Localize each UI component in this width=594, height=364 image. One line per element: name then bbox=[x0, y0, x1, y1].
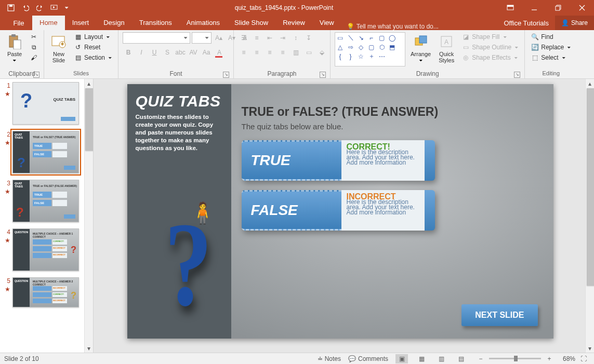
tab-view[interactable]: View bbox=[312, 16, 341, 30]
reading-view-icon[interactable]: ▥ bbox=[435, 354, 447, 363]
false-tab[interactable]: FALSE INCORRECT Here is the description … bbox=[242, 190, 538, 231]
font-dialog-launcher-icon[interactable]: ↘ bbox=[223, 72, 229, 78]
shape-arrow-icon[interactable]: ⇨ bbox=[347, 43, 354, 51]
line-spacing-icon[interactable]: ↕ bbox=[290, 32, 301, 44]
tab-home[interactable]: Home bbox=[32, 16, 65, 30]
bullets-icon[interactable]: ☰ bbox=[238, 32, 249, 44]
slide-canvas[interactable]: QUIZ TABS Customize these slides to crea… bbox=[127, 84, 553, 339]
shape-line-arrow-icon[interactable]: ↘ bbox=[357, 34, 365, 42]
strikethrough-icon[interactable]: S bbox=[162, 47, 173, 58]
shape-connector-icon[interactable]: ⌐ bbox=[367, 34, 375, 42]
scroll-down-icon[interactable]: ▾ bbox=[586, 344, 594, 353]
text-direction-icon[interactable]: ↧ bbox=[303, 32, 314, 44]
normal-view-icon[interactable]: ▣ bbox=[395, 354, 408, 363]
layout-button[interactable]: ▦Layout⏷ bbox=[72, 32, 114, 42]
tab-transitions[interactable]: Transitions bbox=[132, 16, 179, 30]
zoom-in-icon[interactable]: + bbox=[543, 354, 556, 363]
thumb-4[interactable]: 4★ QUESTION MULTIPLE CHOICE – ANSWER 1 C… bbox=[0, 225, 93, 274]
start-slideshow-icon[interactable] bbox=[49, 2, 60, 14]
decrease-indent-icon[interactable]: ⇤ bbox=[264, 32, 275, 44]
comments-toggle[interactable]: 💬Comments bbox=[348, 355, 388, 362]
shape-textbox-icon[interactable]: ▭ bbox=[336, 34, 344, 42]
scroll-thumb[interactable] bbox=[85, 88, 94, 151]
bold-icon[interactable]: B bbox=[123, 47, 134, 58]
character-spacing-icon[interactable]: AV bbox=[188, 47, 199, 58]
notes-toggle[interactable]: ≐Notes bbox=[318, 355, 341, 362]
zoom-slider[interactable] bbox=[489, 358, 541, 359]
format-painter-button[interactable]: 🖌 bbox=[28, 53, 39, 62]
redo-icon[interactable] bbox=[34, 2, 46, 14]
scroll-up-icon[interactable]: ▴ bbox=[586, 79, 594, 88]
tab-file[interactable]: File bbox=[5, 16, 32, 30]
increase-indent-icon[interactable]: ⇥ bbox=[277, 32, 288, 44]
thumb-1[interactable]: 1★ QUIZ TABS ? bbox=[0, 79, 93, 128]
font-name-combo[interactable] bbox=[123, 32, 190, 44]
drawing-dialog-launcher-icon[interactable]: ↘ bbox=[514, 72, 520, 78]
shape-fill-button[interactable]: ◪Shape Fill⏷ bbox=[460, 32, 520, 42]
scroll-down-icon[interactable]: ▾ bbox=[85, 344, 93, 353]
tell-me-search[interactable]: 💡 Tell me what you want to do... bbox=[347, 23, 439, 30]
reset-button[interactable]: ↺Reset bbox=[72, 43, 114, 52]
ribbon-display-options-icon[interactable] bbox=[498, 0, 522, 16]
change-case-icon[interactable]: Aa bbox=[201, 47, 212, 58]
quick-styles-button[interactable]: A Quick Styles bbox=[436, 32, 457, 64]
arrange-button[interactable]: Arrange ⏷ bbox=[408, 32, 433, 64]
zoom-percent[interactable]: 68% bbox=[558, 355, 575, 362]
shape-callout-icon[interactable]: ⬒ bbox=[388, 43, 396, 51]
thumbs-scrollbar[interactable]: ▴ ▾ bbox=[84, 79, 93, 353]
shape-outline-button[interactable]: ▭Shape Outline⏷ bbox=[460, 43, 520, 52]
shape-more-icon[interactable]: ⋯ bbox=[378, 52, 386, 60]
shape-diamond-icon[interactable]: ◇ bbox=[357, 43, 365, 51]
zoom-out-icon[interactable]: − bbox=[474, 354, 487, 363]
shape-hexagon-icon[interactable]: ⬡ bbox=[378, 43, 386, 51]
thumb-2[interactable]: 2★ QUIZTABS ? TRUE or FALSE? (TRUE ANSWE… bbox=[0, 128, 93, 177]
tab-animations[interactable]: Animations bbox=[179, 16, 227, 30]
paragraph-dialog-launcher-icon[interactable]: ↘ bbox=[320, 72, 326, 78]
replace-button[interactable]: 🔄Replace⏷ bbox=[529, 43, 573, 52]
justify-icon[interactable]: ≡ bbox=[277, 47, 288, 58]
slide-main[interactable]: TRUE or FALSE? (TRUE ANSWER) The quiz ta… bbox=[242, 105, 538, 231]
underline-icon[interactable]: U bbox=[149, 47, 160, 58]
thumbnail-pane[interactable]: 1★ QUIZ TABS ? 2★ QUIZTABS ? TRUE or FAL… bbox=[0, 79, 94, 353]
numbering-icon[interactable]: ≡ bbox=[251, 32, 262, 44]
font-color-icon[interactable]: A bbox=[214, 47, 225, 58]
zoom-slider-knob[interactable] bbox=[514, 356, 518, 361]
shape-brace-r-icon[interactable]: } bbox=[347, 52, 354, 60]
copy-button[interactable]: ⧉ bbox=[28, 43, 39, 52]
restore-icon[interactable] bbox=[546, 0, 570, 16]
shape-roundrect-icon[interactable]: ▢ bbox=[367, 43, 375, 51]
tab-slideshow[interactable]: Slide Show bbox=[227, 16, 275, 30]
minimize-icon[interactable] bbox=[522, 0, 546, 16]
italic-icon[interactable]: I bbox=[136, 47, 147, 58]
editor-scrollbar[interactable]: ▴ ▾ bbox=[585, 79, 594, 353]
slide-editor[interactable]: QUIZ TABS Customize these slides to crea… bbox=[94, 79, 594, 353]
align-right-icon[interactable]: ≡ bbox=[264, 47, 275, 58]
shape-rect-icon[interactable]: ▢ bbox=[378, 34, 386, 42]
fit-to-window-icon[interactable]: ⛶ bbox=[577, 354, 590, 363]
shape-plus-icon[interactable]: ＋ bbox=[367, 52, 375, 60]
true-tab[interactable]: TRUE CORRECT! Here is the description ar… bbox=[242, 140, 538, 181]
save-icon[interactable] bbox=[5, 2, 17, 14]
office-tutorials-link[interactable]: Office Tutorials bbox=[498, 16, 555, 30]
cut-button[interactable]: ✂ bbox=[28, 32, 39, 42]
thumb-5[interactable]: 5★ QUESTION MULTIPLE CHOICE – ANSWER 2 C… bbox=[0, 274, 93, 307]
align-text-icon[interactable]: ▭ bbox=[303, 47, 314, 58]
align-left-icon[interactable]: ≡ bbox=[238, 47, 249, 58]
undo-icon[interactable] bbox=[20, 2, 31, 14]
scroll-thumb[interactable] bbox=[587, 88, 594, 286]
tab-insert[interactable]: Insert bbox=[65, 16, 97, 30]
shape-effects-button[interactable]: ◎Shape Effects⏷ bbox=[460, 53, 520, 62]
text-shadow-icon[interactable]: abc bbox=[175, 47, 186, 58]
font-size-combo[interactable] bbox=[192, 32, 212, 44]
close-icon[interactable] bbox=[570, 0, 594, 16]
thumb-3[interactable]: 3★ QUIZTABS ? TRUE or FALSE? (FALSE ANSW… bbox=[0, 177, 93, 225]
find-button[interactable]: 🔍Find bbox=[529, 32, 573, 42]
qat-customize-icon[interactable]: ⏷ bbox=[63, 2, 70, 14]
shapes-gallery[interactable]: ▭＼↘⌐▢◯ △⇨◇▢⬡⬒ {}☆＋⋯ bbox=[335, 32, 405, 66]
next-slide-button[interactable]: NEXT SLIDE bbox=[461, 304, 537, 326]
shape-brace-l-icon[interactable]: { bbox=[336, 52, 344, 60]
scroll-up-icon[interactable]: ▴ bbox=[85, 79, 93, 88]
select-button[interactable]: ⬚Select⏷ bbox=[529, 53, 573, 62]
slideshow-view-icon[interactable]: ▤ bbox=[455, 354, 467, 363]
columns-icon[interactable]: ▥ bbox=[290, 47, 301, 58]
